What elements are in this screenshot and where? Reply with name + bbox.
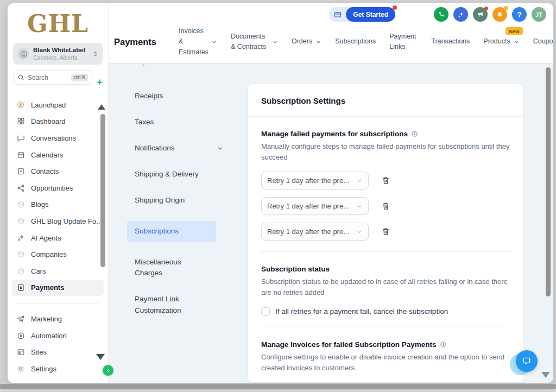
window-bottom-edge — [0, 384, 556, 389]
announcements-button[interactable] — [473, 7, 488, 22]
settings-nav-shipping-origin[interactable]: Shipping Origin — [135, 195, 224, 206]
sparkles-icon — [16, 233, 25, 242]
settings-nav-subscriptions[interactable]: Subscriptions — [127, 221, 216, 242]
content-area: Receipts Taxes Notifications Shipping & … — [109, 64, 553, 383]
ai-assistant-button[interactable] — [453, 7, 468, 22]
sidebar-item-opportunities[interactable]: Opportunities — [12, 180, 104, 197]
paper-plane-icon — [16, 314, 25, 323]
subscription-status-title: Subscription status — [261, 265, 510, 273]
delete-retry-button[interactable] — [381, 201, 390, 211]
sidebar-item-ghl-blog-update[interactable]: GHL Blog Update Fo... — [12, 213, 104, 230]
sidebar-scroll-up-arrow[interactable] — [98, 104, 105, 110]
invoice-settings-description: Configure settings to enable or disable … — [261, 352, 510, 374]
sidebar-item-payments[interactable]: $ Payments — [12, 280, 104, 296]
user-avatar[interactable]: JT — [532, 7, 546, 22]
card-header: Subscription Settings — [248, 84, 523, 117]
tab-documents-contracts[interactable]: Documents & Contracts — [231, 31, 278, 53]
tab-orders[interactable]: Orders — [292, 36, 321, 47]
nodes-icon — [16, 184, 25, 192]
app-window: GHL Blank WhiteLabel Canmore, Alberta Se… — [8, 3, 553, 383]
get-started-pill[interactable]: Get Started — [328, 7, 395, 22]
window-scroll-down-arrow[interactable] — [541, 372, 550, 378]
chevron-down-icon — [356, 203, 363, 210]
sidebar-item-settings[interactable]: Settings — [12, 361, 104, 377]
delete-retry-button[interactable] — [381, 227, 390, 236]
tab-coupons[interactable]: Coupons — [533, 36, 553, 47]
account-switcher[interactable]: Blank WhiteLabel Canmore, Alberta — [13, 43, 103, 65]
ghl-logo: GHL — [8, 10, 108, 37]
window-scrollbar-thumb[interactable] — [546, 67, 551, 296]
tab-products[interactable]: New Products — [483, 36, 519, 47]
delete-retry-button[interactable] — [381, 176, 390, 185]
tab-invoices-estimates[interactable]: New Invoices & Estimates — [179, 26, 217, 58]
chevron-down-icon — [315, 39, 321, 45]
account-name: Blank WhiteLabel — [33, 46, 85, 54]
sidebar-scrollbar-thumb[interactable] — [100, 114, 105, 267]
chevron-down-icon — [356, 178, 363, 184]
chevron-down-icon — [272, 39, 278, 45]
sidebar-item-dashboard[interactable]: Dashboard — [12, 113, 104, 130]
payments-nav: Payments New Invoices & Estimates Docume… — [114, 25, 553, 59]
chat-bubble-icon — [516, 350, 538, 372]
retry-list: Retry 1 day after the pre... Retry 1 day… — [261, 172, 510, 241]
retry-select-1[interactable]: Retry 1 day after the pre... — [261, 172, 369, 189]
notifications-button[interactable] — [492, 7, 507, 22]
play-circle-icon — [16, 331, 25, 340]
sidebar-item-blogs[interactable]: Blogs — [12, 197, 104, 213]
retry-select-2[interactable]: Retry 1 day after the pre... — [261, 197, 369, 215]
retry-select-3[interactable]: Retry 1 day after the pre... — [261, 223, 369, 241]
notification-dot — [393, 5, 397, 10]
support-chat-button[interactable] — [510, 350, 538, 374]
cube-icon — [16, 267, 25, 275]
info-icon[interactable] — [411, 130, 418, 137]
settings-nav-taxes[interactable]: Taxes — [135, 117, 224, 128]
sidebar-item-sites[interactable]: Sites — [12, 344, 104, 361]
sidebar-item-cars[interactable]: Cars — [12, 263, 104, 280]
sidebar-item-launchpad[interactable]: Launchpad — [12, 97, 104, 113]
chevron-down-icon — [356, 229, 363, 235]
settings-nav-payment-link-customization[interactable]: Payment Link Customization — [135, 294, 200, 317]
chevron-updown-icon — [92, 50, 98, 58]
sidebar-scroll-down-arrow[interactable] — [96, 354, 105, 360]
settings-nav-receipts[interactable]: Receipts — [135, 91, 224, 102]
sidebar-item-ai-agents[interactable]: AI Agents — [12, 230, 104, 246]
notification-dot — [484, 7, 488, 10]
cube-icon — [16, 200, 25, 209]
sidebar-item-conversations[interactable]: Conversations — [12, 130, 104, 147]
cancel-subscription-checkbox[interactable] — [261, 307, 270, 316]
account-avatar-icon — [17, 48, 29, 60]
chevron-down-icon — [217, 145, 224, 152]
phone-button[interactable] — [434, 7, 448, 22]
sidebar-collapse-button[interactable] — [103, 365, 113, 376]
failed-payments-title: Manage failed payments for subscriptions — [261, 130, 510, 138]
tab-transactions[interactable]: Transactions — [431, 36, 470, 47]
ai-spark-icon[interactable] — [96, 78, 104, 86]
card-icon — [333, 11, 342, 18]
divider — [261, 327, 510, 327]
sidebar-divider — [15, 303, 100, 304]
clipped-nav-item-partial — [142, 64, 147, 67]
settings-nav-miscellaneous-charges[interactable]: Miscellaneous Charges — [135, 257, 200, 280]
svg-text:$: $ — [20, 286, 22, 290]
settings-nav-shipping-delivery[interactable]: Shipping & Delivery — [135, 169, 224, 180]
tab-subscriptions[interactable]: Subscriptions — [335, 36, 376, 47]
rocket-icon — [16, 100, 25, 109]
grid-icon — [16, 117, 25, 126]
sidebar-item-calendars[interactable]: Calendars — [12, 147, 104, 163]
main-column: Get Started ? JT — [109, 3, 553, 383]
search-input[interactable]: Search ctrl K — [13, 70, 92, 85]
retry-row: Retry 1 day after the pre... — [261, 172, 510, 189]
sidebar-item-contacts[interactable]: Contacts — [12, 163, 104, 180]
notebook-icon — [16, 167, 25, 176]
failed-payments-description: Manually configure steps to manage faile… — [261, 141, 510, 163]
sidebar-item-automation[interactable]: Automation — [12, 327, 104, 344]
chat-icon — [16, 134, 25, 142]
help-button[interactable]: ? — [512, 7, 527, 22]
tab-payment-links[interactable]: Payment Links — [389, 31, 418, 53]
sidebar-item-companies[interactable]: Companies — [12, 246, 104, 263]
sidebar-item-marketing[interactable]: Marketing — [12, 311, 104, 327]
cube-icon — [16, 250, 25, 259]
settings-nav-notifications[interactable]: Notifications — [135, 143, 224, 154]
info-icon[interactable] — [440, 341, 447, 348]
get-started-button[interactable]: Get Started — [346, 7, 395, 22]
